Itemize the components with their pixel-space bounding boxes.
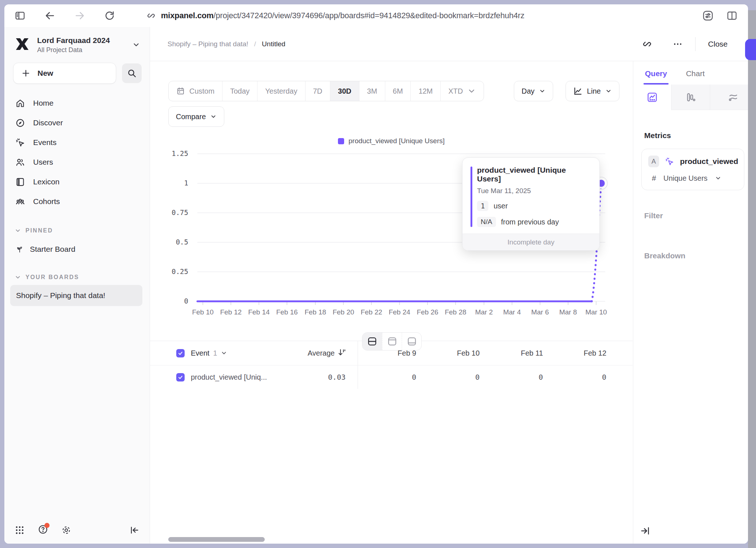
metric-aggregation: Unique Users	[664, 174, 708, 183]
layout-split-icon	[367, 336, 378, 347]
chart-type-button[interactable]: Line	[566, 81, 619, 101]
range-label: 7D	[313, 87, 323, 95]
users-icon	[15, 157, 25, 167]
range-xtd[interactable]: XTD	[440, 81, 484, 101]
breadcrumb-board[interactable]: Shopify – Piping that data!	[168, 40, 248, 48]
date-column-header[interactable]: Feb 10	[421, 349, 485, 357]
workspace-switcher[interactable]: Lord Farquaad 2024 All Project Data	[4, 27, 150, 54]
collapse-sidebar-icon[interactable]	[129, 525, 139, 535]
new-button[interactable]: New	[13, 63, 116, 84]
layout-chart-only-button[interactable]	[382, 333, 402, 350]
range-6m[interactable]: 6M	[385, 81, 411, 101]
address-bar[interactable]: mixpanel.com/project/3472420/view/397469…	[146, 11, 695, 20]
range-label: 30D	[338, 87, 351, 95]
sort-icon[interactable]	[338, 348, 349, 358]
table-row: product_viewed [Uniq... 0.03 0 0 0 0	[150, 365, 633, 389]
more-options-icon[interactable]	[673, 39, 683, 49]
date-column-header[interactable]: Feb 11	[485, 349, 548, 357]
pinned-section-header[interactable]: PINNED	[4, 227, 150, 234]
sidebar-footer	[4, 517, 150, 544]
your-boards-section-header[interactable]: YOUR BOARDS	[4, 274, 150, 281]
notification-dot	[44, 523, 50, 528]
sidebar-item-discover[interactable]: Discover	[4, 113, 150, 133]
range-30d-active[interactable]: 30D	[330, 81, 359, 101]
range-label: Custom	[189, 87, 214, 95]
x-axis-tick: Feb 28	[439, 308, 472, 316]
tooltip-series-bar	[470, 167, 472, 227]
filter-section-label[interactable]: Filter	[644, 211, 748, 220]
metrics-section-label: Metrics	[644, 131, 748, 140]
sidebar-item-label: Home	[33, 99, 54, 107]
funnels-type-button[interactable]	[671, 85, 709, 110]
chevron-down-icon	[15, 227, 21, 234]
select-all-checkbox[interactable]	[176, 349, 185, 357]
sidebar-toggle-icon[interactable]	[15, 10, 25, 21]
browser-settings-icon[interactable]	[702, 10, 714, 21]
copy-link-icon[interactable]	[642, 39, 652, 49]
save-button-partial[interactable]	[745, 39, 756, 60]
sidebar-item-home[interactable]: Home	[4, 93, 150, 113]
split-view-icon[interactable]	[726, 10, 738, 21]
metric-aggregation-selector[interactable]: # Unique Users	[652, 174, 738, 183]
granularity-button[interactable]: Day	[514, 81, 553, 101]
background-window-edge	[748, 10, 756, 548]
range-today[interactable]: Today	[222, 81, 257, 101]
range-label: 6M	[393, 87, 403, 95]
layout-table-only-button[interactable]	[402, 333, 421, 350]
layout-split-button[interactable]	[362, 333, 382, 350]
breadcrumb-current[interactable]: Untitled	[262, 40, 285, 48]
cohorts-icon	[15, 197, 25, 207]
reload-icon[interactable]	[104, 10, 115, 21]
retention-flow-icon	[728, 91, 740, 103]
sidebar-item-starter-board[interactable]: Starter Board	[4, 239, 150, 259]
forward-icon[interactable]	[74, 10, 85, 21]
tab-chart[interactable]: Chart	[686, 69, 705, 85]
lexicon-book-icon	[15, 177, 25, 187]
row-checkbox[interactable]	[176, 373, 185, 381]
breakdown-section-label[interactable]: Breakdown	[644, 251, 748, 260]
date-column-header[interactable]: Feb 12	[548, 349, 611, 357]
row-event-name[interactable]: product_viewed [Uniq...	[191, 373, 300, 381]
tooltip-footer: Incomplete day	[462, 234, 599, 250]
compare-button[interactable]: Compare	[168, 106, 224, 127]
chevron-down-icon	[221, 350, 227, 356]
average-column-header[interactable]: Average	[300, 349, 335, 357]
x-axis-tick: Feb 16	[271, 308, 303, 316]
event-column-header[interactable]: Event 1	[191, 349, 300, 357]
range-12m[interactable]: 12M	[410, 81, 440, 101]
chevron-down-icon	[605, 88, 612, 94]
tab-query[interactable]: Query	[645, 69, 667, 85]
insights-type-button[interactable]	[633, 85, 671, 110]
event-header-label: Event	[191, 349, 209, 357]
gear-icon[interactable]	[61, 525, 71, 535]
chart-tooltip: product_viewed [Unique Users] Tue Mar 11…	[462, 157, 600, 251]
sidebar-item-shopify-board[interactable]: Shopify – Piping that data!	[10, 285, 142, 306]
range-label: Yesterday	[265, 87, 297, 95]
browser-window: mixpanel.com/project/3472420/view/397469…	[4, 4, 748, 544]
analysis-type-selector	[633, 85, 748, 110]
sidebar-item-users[interactable]: Users	[4, 152, 150, 172]
compare-label: Compare	[176, 113, 206, 121]
close-button[interactable]: Close	[708, 40, 728, 48]
metric-card[interactable]: A product_viewed # Unique Users	[641, 149, 744, 190]
chart-type-label: Line	[587, 87, 601, 95]
search-button[interactable]	[122, 63, 142, 83]
range-7d[interactable]: 7D	[305, 81, 330, 101]
range-custom[interactable]: Custom	[169, 81, 222, 101]
apps-grid-icon[interactable]	[15, 525, 25, 535]
retention-type-button[interactable]	[710, 85, 748, 110]
mixpanel-logo-icon	[14, 36, 31, 52]
range-yesterday[interactable]: Yesterday	[257, 81, 305, 101]
range-3m[interactable]: 3M	[359, 81, 385, 101]
check-icon	[178, 351, 183, 356]
funnel-bars-icon	[685, 91, 696, 103]
back-icon[interactable]	[44, 10, 55, 21]
collapse-panel-icon[interactable]	[640, 525, 651, 536]
horizontal-scrollbar-thumb[interactable]	[168, 537, 265, 542]
sidebar-item-cohorts[interactable]: Cohorts	[4, 192, 150, 211]
sidebar-item-lexicon[interactable]: Lexicon	[4, 172, 150, 192]
sidebar-item-label: Events	[33, 138, 56, 147]
sidebar-item-events[interactable]: Events	[4, 133, 150, 152]
workspace-name: Lord Farquaad 2024	[37, 36, 110, 45]
sidebar: Lord Farquaad 2024 All Project Data New	[4, 27, 150, 544]
